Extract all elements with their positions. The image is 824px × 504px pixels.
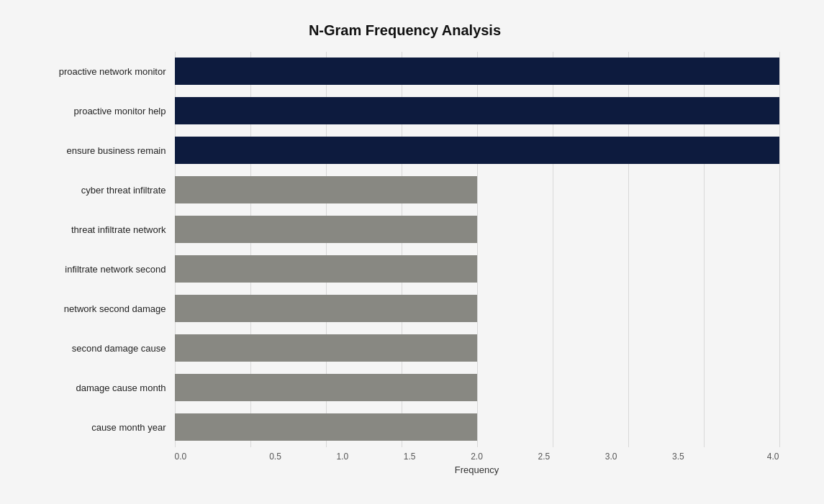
x-tick-label: 1.0 bbox=[309, 452, 376, 462]
x-tick-label: 0.5 bbox=[242, 452, 309, 462]
bar-label: infiltrate network second bbox=[31, 249, 175, 289]
labels-column: proactive network monitorproactive monit… bbox=[31, 52, 175, 447]
bar-fill bbox=[175, 374, 477, 401]
bar-label: proactive network monitor bbox=[31, 52, 175, 91]
bar-fill bbox=[175, 334, 477, 362]
bar-fill bbox=[175, 176, 477, 203]
chart-container: N-Gram Frequency Analysis proactive netw… bbox=[17, 8, 808, 497]
bar-row bbox=[175, 131, 779, 170]
bar-row bbox=[175, 91, 779, 131]
bars-column bbox=[175, 52, 779, 447]
x-tick-label: 2.5 bbox=[510, 452, 577, 462]
x-tick-label: 2.0 bbox=[443, 452, 510, 462]
bar-label: ensure business remain bbox=[31, 131, 175, 170]
bar-label: cyber threat infiltrate bbox=[31, 170, 175, 210]
chart-body: proactive network monitorproactive monit… bbox=[31, 52, 779, 447]
bar-label: network second damage bbox=[31, 289, 175, 329]
bar-fill bbox=[175, 295, 477, 322]
bar-label: damage cause month bbox=[31, 368, 175, 408]
x-axis-label: Frequency bbox=[175, 464, 779, 475]
bar-row bbox=[175, 289, 779, 329]
x-axis: 0.00.51.01.52.02.53.03.54.0 Frequency bbox=[175, 452, 779, 475]
bar-fill bbox=[175, 216, 477, 243]
bar-row bbox=[175, 368, 779, 408]
bar-fill bbox=[175, 255, 477, 283]
x-tick-label: 4.0 bbox=[712, 452, 779, 462]
bar-fill bbox=[175, 413, 477, 441]
x-tick-label: 3.5 bbox=[645, 452, 712, 462]
bar-fill bbox=[175, 97, 779, 124]
bar-row bbox=[175, 210, 779, 249]
x-tick-label: 3.0 bbox=[577, 452, 644, 462]
chart-title: N-Gram Frequency Analysis bbox=[31, 22, 779, 39]
x-tick-label: 1.5 bbox=[376, 452, 443, 462]
x-tick-label: 0.0 bbox=[175, 452, 242, 462]
bar-fill bbox=[175, 58, 779, 85]
grid-line bbox=[779, 52, 780, 447]
bar-label: threat infiltrate network bbox=[31, 210, 175, 249]
bar-fill bbox=[175, 137, 779, 164]
bar-row bbox=[175, 329, 779, 368]
bar-label: cause month year bbox=[31, 408, 175, 447]
bar-label: second damage cause bbox=[31, 329, 175, 368]
bar-row bbox=[175, 249, 779, 289]
bar-row bbox=[175, 52, 779, 91]
bar-label: proactive monitor help bbox=[31, 91, 175, 131]
bar-row bbox=[175, 408, 779, 447]
bar-row bbox=[175, 170, 779, 210]
